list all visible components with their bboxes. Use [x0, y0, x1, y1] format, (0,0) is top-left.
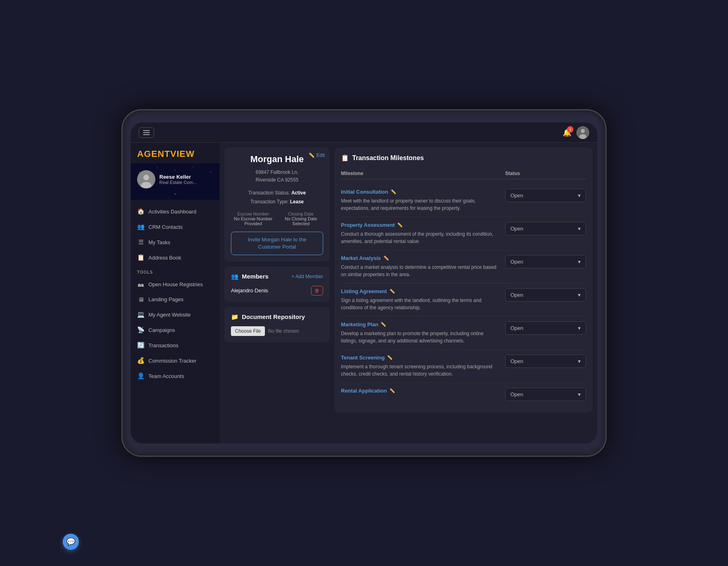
members-header: 👥 Members + Add Member	[231, 273, 323, 280]
milestone-2-status-text: Open	[510, 259, 523, 265]
milestone-4-content: Marketing Plan ✏️ Develop a marketing pl…	[341, 321, 500, 344]
milestone-5-content: Tenant Screening ✏️ Implement a thorough…	[341, 355, 500, 378]
milestone-3-content: Listing Agreement ✏️ Sign a listing agre…	[341, 288, 500, 311]
nav-activities-label: Activities Dashboard	[148, 209, 197, 215]
add-member-button[interactable]: + Add Member	[292, 274, 323, 279]
tablet-inner: 🔔 1 AGENTVIEW	[131, 122, 597, 444]
nav-website-label: My Agent Website	[148, 312, 191, 318]
milestone-2-status[interactable]: Open ▾	[505, 255, 586, 268]
milestone-6-status[interactable]: Open ▾	[505, 388, 586, 401]
milestone-3-title[interactable]: Listing Agreement ✏️	[341, 288, 500, 294]
milestone-item-3: Listing Agreement ✏️ Sign a listing agre…	[341, 283, 586, 317]
choose-file-text: Choose File	[235, 328, 261, 334]
milestone-4-edit-icon[interactable]: ✏️	[381, 322, 386, 327]
choose-file-label[interactable]: Choose File	[231, 326, 265, 336]
tablet-frame: 🔔 1 AGENTVIEW	[121, 109, 607, 457]
milestones-icon: 📋	[341, 154, 349, 162]
milestone-2-edit-icon[interactable]: ✏️	[383, 256, 389, 261]
commission-icon: 💰	[137, 357, 144, 364]
sidebar-item-openhouse[interactable]: 🏘 Open House Registries	[131, 277, 220, 292]
nav-tasks-label: My Tasks	[148, 239, 170, 245]
milestone-4-desc: Develop a marketing plan to promote the …	[341, 330, 500, 344]
milestone-1-title-text: Property Assessment	[341, 222, 395, 228]
invite-button[interactable]: Invite Morgan Hale to the Customer Porta…	[231, 232, 323, 255]
milestone-1-content: Property Assessment ✏️ Conduct a thoroug…	[341, 222, 500, 245]
delete-member-button[interactable]: 🗑	[311, 286, 323, 296]
status-value: Active	[291, 190, 306, 196]
sidebar-item-address[interactable]: 📋 Address Book	[131, 250, 220, 265]
milestone-3-status[interactable]: Open ▾	[505, 288, 586, 302]
milestone-5-edit-icon[interactable]: ✏️	[387, 355, 393, 360]
profile-role: Real Estate Com...	[159, 180, 197, 185]
milestone-5-chevron-icon: ▾	[578, 358, 581, 364]
milestone-5-desc: Implement a thorough tenant screening pr…	[341, 363, 500, 378]
sidebar-profile-info: Reese Keller Real Estate Com...	[159, 174, 197, 185]
top-bar: 🔔 1	[131, 122, 597, 143]
sidebar-item-team[interactable]: 👤 Team Accounts	[131, 368, 220, 384]
hamburger-button[interactable]	[139, 127, 154, 138]
contact-card: ✏️ Edit Morgan Hale 69847 Fallbrook Ln. …	[224, 148, 330, 262]
milestone-item-6: Rental Application ✏️ Open ▾	[341, 383, 586, 406]
milestone-5-title[interactable]: Tenant Screening ✏️	[341, 355, 500, 361]
status-label: Transaction Status:	[248, 190, 290, 196]
nav-crm-label: CRM Contacts	[148, 224, 183, 230]
members-title: 👥 Members	[231, 273, 269, 280]
member-name: Alejandro Denis	[231, 287, 268, 294]
escrow-grid: Escrow Number No Escrow Number Provided …	[231, 211, 323, 226]
openhouse-icon: 🏘	[137, 281, 144, 288]
milestone-2-chevron-icon: ▾	[578, 259, 581, 265]
milestone-2-title[interactable]: Market Analysis ✏️	[341, 255, 500, 261]
sidebar-nav: 🏠 Activities Dashboard 👥 CRM Contacts ☰ …	[131, 200, 220, 388]
sidebar-item-website[interactable]: 💻 My Agent Website	[131, 307, 220, 322]
milestone-1-edit-icon[interactable]: ✏️	[397, 222, 403, 228]
sidebar-item-campaigns[interactable]: 📡 Campaigns	[131, 322, 220, 338]
milestone-6-title[interactable]: Rental Application ✏️	[341, 388, 500, 394]
escrow-number-sub: Provided	[231, 221, 275, 226]
tools-section-label: TOOLS	[131, 265, 220, 277]
milestone-1-title[interactable]: Property Assessment ✏️	[341, 222, 500, 228]
milestone-3-edit-icon[interactable]: ✏️	[389, 289, 395, 294]
sidebar-item-transactions[interactable]: 🔄 Transactions	[131, 338, 220, 353]
document-repo-card: 📁 Document Repository Choose File No fil…	[224, 307, 330, 342]
milestone-0-status[interactable]: Open ▾	[505, 189, 586, 202]
svg-point-2	[579, 134, 586, 139]
svg-point-4	[144, 175, 149, 180]
members-icon: 👥	[231, 273, 239, 280]
milestone-6-edit-icon[interactable]: ✏️	[389, 388, 395, 393]
milestone-0-title[interactable]: Initial Consultation ✏️	[341, 189, 500, 195]
milestone-2-title-text: Market Analysis	[341, 255, 381, 261]
milestone-5-status[interactable]: Open ▾	[505, 355, 586, 368]
left-panel: ✏️ Edit Morgan Hale 69847 Fallbrook Ln. …	[224, 148, 330, 439]
right-panel: 📋 Transaction Milestones Milestone Statu…	[334, 148, 593, 439]
doc-repo-title-text: Document Repository	[242, 313, 305, 320]
profile-name: Reese Keller	[159, 174, 197, 180]
col-milestone-header: Milestone	[341, 171, 505, 176]
milestone-1-desc: Conduct a thorough assessment of the pro…	[341, 230, 500, 245]
sidebar-item-crm[interactable]: 👥 CRM Contacts	[131, 219, 220, 234]
milestones-header: 📋 Transaction Milestones	[341, 154, 586, 162]
edit-label[interactable]: Edit	[316, 152, 325, 158]
sidebar-item-tasks[interactable]: ☰ My Tasks	[131, 234, 220, 250]
milestone-4-status[interactable]: Open ▾	[505, 321, 586, 335]
edit-link[interactable]: ✏️ Edit	[309, 152, 325, 158]
nav-address-label: Address Book	[148, 255, 181, 261]
milestone-0-edit-icon[interactable]: ✏️	[391, 189, 396, 194]
chat-bubble[interactable]: 💬	[63, 534, 79, 550]
closing-date-sub: Selected	[279, 221, 323, 226]
logo-view: VIEW	[170, 149, 195, 159]
escrow-number-label: Escrow Number	[231, 211, 275, 216]
milestone-1-status[interactable]: Open ▾	[505, 222, 586, 235]
sidebar-item-landing[interactable]: 🖥 Landing Pages	[131, 292, 220, 307]
user-avatar[interactable]	[576, 126, 589, 139]
milestone-4-title[interactable]: Marketing Plan ✏️	[341, 321, 500, 327]
member-row: Alejandro Denis 🗑	[231, 286, 323, 296]
milestone-6-chevron-icon: ▾	[578, 391, 581, 397]
milestone-item-4: Marketing Plan ✏️ Develop a marketing pl…	[341, 317, 586, 350]
milestones-card: 📋 Transaction Milestones Milestone Statu…	[334, 148, 593, 412]
sidebar-item-activities[interactable]: 🏠 Activities Dashboard	[131, 204, 220, 219]
nav-transactions-label: Transactions	[148, 342, 178, 348]
members-title-text: Members	[242, 273, 269, 280]
sidebar-item-commission[interactable]: 💰 Commission Tracker	[131, 353, 220, 368]
transactions-icon: 🔄	[137, 342, 144, 349]
notification-icon[interactable]: 🔔 1	[563, 128, 571, 137]
